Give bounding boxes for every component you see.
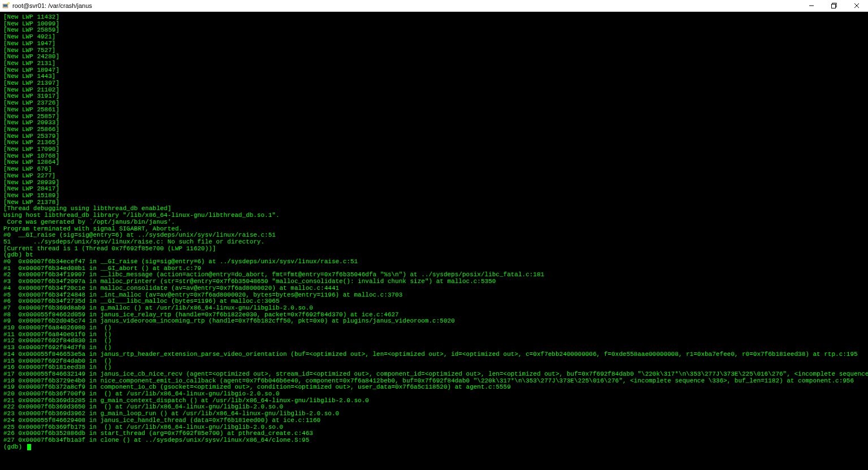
gdb-prompt: (gdb) [3, 443, 26, 450]
window-controls [800, 0, 868, 11]
window-title: root@svr01: /var/crash/janus [12, 2, 92, 9]
terminal-output[interactable]: [New LWP 11432] [New LWP 10099] [New LWP… [0, 12, 868, 470]
putty-icon [2, 2, 10, 10]
svg-rect-1 [3, 5, 7, 7]
maximize-button[interactable] [823, 0, 845, 11]
minimize-button[interactable] [800, 0, 823, 11]
close-button[interactable] [845, 0, 868, 11]
titlebar-left: root@svr01: /var/crash/janus [0, 2, 92, 10]
terminal-cursor [27, 444, 31, 450]
svg-rect-4 [832, 5, 836, 8]
window-titlebar: root@svr01: /var/crash/janus [0, 0, 868, 12]
